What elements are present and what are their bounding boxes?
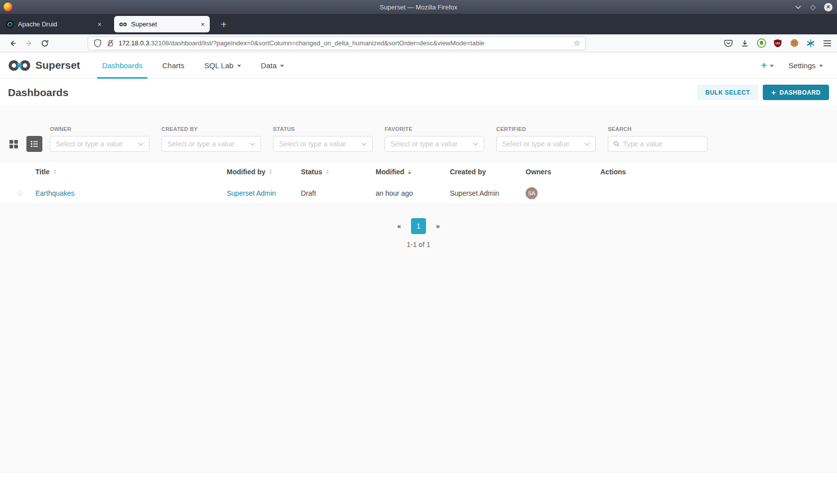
list-view-toggle[interactable]	[26, 136, 42, 152]
owner-avatar[interactable]: SA	[526, 187, 538, 199]
list-icon	[30, 139, 39, 148]
search-box	[608, 136, 707, 152]
nav-item-charts[interactable]: Charts	[152, 52, 194, 79]
footer	[0, 472, 837, 488]
tab-superset[interactable]: Superset ×	[114, 16, 210, 32]
plus-icon: +	[761, 60, 767, 71]
column-header-status[interactable]: Status	[301, 168, 376, 176]
nav-item-sql-lab[interactable]: SQL Lab	[194, 52, 251, 79]
column-label: Created by	[450, 168, 486, 176]
chevron-down-icon	[138, 142, 143, 146]
modified-by-link[interactable]: Superset Admin	[227, 189, 276, 197]
settings-menu-button[interactable]: Settings	[789, 61, 823, 70]
menu-hamburger-icon[interactable]	[822, 38, 832, 48]
page-title: Dashboards	[8, 87, 68, 99]
chevron-down-icon	[250, 142, 255, 146]
toolbar-extensions: UO	[723, 38, 832, 48]
filter-certified: CERTIFIED Select or type a value	[496, 126, 596, 152]
table-row: ☆ Earthquakes Superset Admin Draft an ho…	[0, 182, 837, 204]
nav-item-data[interactable]: Data	[251, 52, 294, 79]
url-bar[interactable]: 172.18.0.3 :32108/dashboard/list/?pageIn…	[88, 36, 586, 50]
tab-apache-druid[interactable]: Apache Druid ×	[1, 16, 107, 32]
created-by-select[interactable]: Select or type a value	[161, 136, 261, 152]
new-item-menu-button[interactable]: +	[761, 60, 774, 71]
ghostery-extension-icon[interactable]	[756, 38, 766, 48]
pagination: « 1 »	[0, 218, 837, 234]
column-header-title[interactable]: Title	[35, 168, 227, 176]
back-button[interactable]	[5, 36, 21, 50]
card-view-toggle[interactable]	[8, 138, 19, 149]
favorite-star-icon[interactable]: ☆	[16, 188, 24, 198]
new-dashboard-button[interactable]: + DASHBOARD	[763, 85, 829, 100]
tracking-shield-icon[interactable]	[93, 39, 102, 48]
nav-item-label: SQL Lab	[204, 61, 234, 70]
favorite-select[interactable]: Select or type a value	[385, 136, 484, 152]
select-placeholder: Select or type a value	[391, 140, 458, 148]
filter-search: SEARCH	[608, 126, 707, 152]
table-header-row: Title Modified by Status Modified Create…	[0, 161, 837, 182]
reload-button[interactable]	[37, 36, 53, 50]
dashboard-title-link[interactable]: Earthquakes	[35, 189, 75, 197]
bulk-select-button[interactable]: BULK SELECT	[697, 85, 759, 100]
druid-favicon-icon	[6, 20, 14, 28]
dashboard-list-content: OWNER Select or type a value CREATED BY …	[0, 106, 837, 488]
nav-item-dashboards[interactable]: Dashboards	[92, 52, 152, 79]
ublock-origin-icon[interactable]: UO	[773, 38, 783, 48]
maximize-button[interactable]: ◇	[810, 3, 816, 10]
sort-icon-desc-active	[408, 169, 411, 174]
select-placeholder: Select or type a value	[279, 140, 346, 148]
insecure-lock-icon[interactable]	[106, 39, 115, 47]
close-button[interactable]: ×	[824, 3, 833, 11]
superset-brand[interactable]: Superset	[8, 59, 80, 71]
filter-created-by: CREATED BY Select or type a value	[161, 126, 261, 152]
search-input[interactable]	[623, 140, 702, 148]
firefox-logo-icon	[3, 2, 12, 11]
column-header-modified-by[interactable]: Modified by	[227, 168, 301, 176]
filter-owner: OWNER Select or type a value	[50, 126, 149, 152]
new-tab-button[interactable]: +	[221, 19, 227, 29]
url-path: :32108/dashboard/list/?pageIndex=0&sortC…	[149, 39, 484, 47]
asterisk-extension-icon[interactable]	[806, 38, 816, 48]
created-by-value: Superset Admin	[450, 189, 499, 197]
bookmark-star-icon[interactable]: ☆	[574, 39, 580, 48]
settings-label: Settings	[789, 61, 816, 70]
superset-favicon-icon	[119, 20, 127, 28]
url-host: 172.18.0.3	[119, 39, 149, 47]
certified-select[interactable]: Select or type a value	[496, 136, 596, 152]
cookie-extension-icon[interactable]	[789, 38, 799, 48]
column-header-modified[interactable]: Modified	[376, 168, 450, 176]
nav-links: Dashboards Charts SQL Lab Data	[92, 52, 294, 79]
navbar-right: + Settings	[761, 60, 829, 71]
prev-page-button[interactable]: «	[394, 222, 404, 230]
status-select[interactable]: Select or type a value	[273, 136, 373, 152]
chevron-down-icon	[280, 65, 284, 67]
filter-label: FAVORITE	[385, 126, 484, 132]
page-1-button[interactable]: 1	[411, 218, 426, 234]
next-page-button[interactable]: »	[433, 222, 443, 230]
downloads-icon[interactable]	[740, 38, 750, 48]
nav-item-label: Charts	[162, 61, 184, 70]
plus-icon: +	[771, 88, 776, 97]
pocket-icon[interactable]	[723, 38, 733, 48]
minimize-button[interactable]	[795, 5, 802, 9]
titlebar: Superset — Mozilla Firefox ◇ ×	[0, 0, 837, 14]
sort-icon	[326, 169, 329, 174]
select-placeholder: Select or type a value	[502, 140, 569, 148]
pagination-summary: 1-1 of 1	[0, 241, 837, 249]
column-label: Actions	[600, 168, 626, 176]
nav-item-label: Data	[261, 61, 277, 70]
superset-logo-icon	[8, 60, 31, 71]
filter-label: OWNER	[50, 126, 149, 132]
column-header-created-by: Created by	[450, 168, 526, 176]
select-placeholder: Select or type a value	[167, 140, 235, 148]
sort-icon	[53, 169, 56, 174]
chevron-down-icon	[361, 142, 367, 146]
tab-close-icon[interactable]: ×	[98, 20, 102, 28]
column-header-owners: Owners	[526, 168, 600, 176]
tab-bar: Apache Druid × Superset × +	[0, 14, 837, 34]
chevron-down-icon	[473, 142, 478, 146]
owner-select[interactable]: Select or type a value	[50, 136, 149, 152]
tab-close-icon[interactable]: ×	[201, 20, 205, 28]
forward-button[interactable]	[21, 36, 37, 50]
column-label: Status	[301, 168, 322, 176]
